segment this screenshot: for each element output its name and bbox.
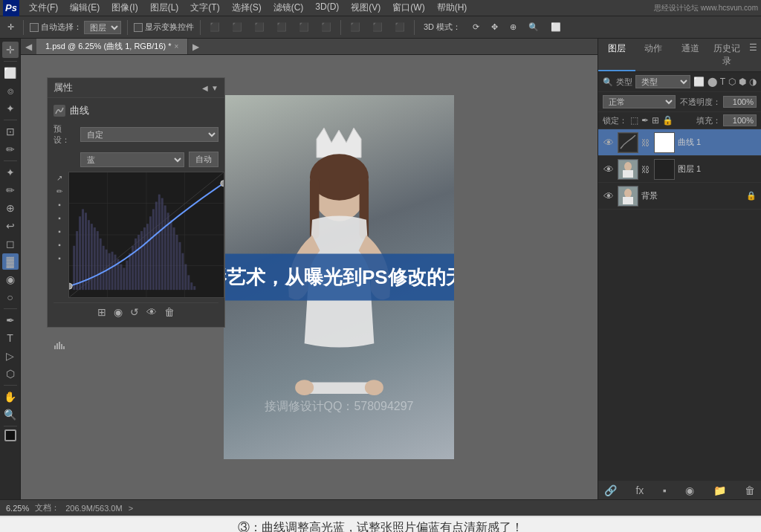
brush-tool-btn[interactable]: ✏ xyxy=(2,182,19,198)
layers-group-btn[interactable]: 📁 xyxy=(713,484,726,496)
layers-adjustment-btn[interactable]: ◉ xyxy=(685,484,694,496)
curve-sample3-btn[interactable]: ▪ xyxy=(54,225,65,237)
magic-wand-btn[interactable]: ✦ xyxy=(2,100,19,117)
curve-sample1-btn[interactable]: ▪ xyxy=(54,198,65,210)
curve-pointer-btn[interactable]: ↗ xyxy=(54,172,65,184)
search-icon[interactable]: 🔍 xyxy=(525,21,542,33)
lock-all-icon[interactable]: 🔒 xyxy=(662,115,673,126)
tab-close-btn[interactable]: × xyxy=(175,42,179,51)
tab-history[interactable]: 历史记录 xyxy=(709,39,746,71)
shape-tool-btn[interactable]: ⬡ xyxy=(2,366,19,382)
tab-layers[interactable]: 图层 xyxy=(598,39,635,71)
filter-shape-icon[interactable]: ⬡ xyxy=(728,77,736,87)
layer-curves-1-visibility[interactable]: 👁 xyxy=(603,137,615,149)
zoom-tool-btn[interactable]: 🔍 xyxy=(2,406,19,423)
eyedropper-btn[interactable]: ✏ xyxy=(2,141,19,158)
layers-link-btn[interactable]: 🔗 xyxy=(604,484,617,496)
menu-select[interactable]: 选择(S) xyxy=(227,0,267,16)
gradient-tool-btn[interactable]: ▓ xyxy=(2,253,19,270)
move-tool-icon[interactable]: ✛ xyxy=(4,21,17,33)
auto-select-checkbox[interactable] xyxy=(30,23,39,32)
lasso-tool-btn[interactable]: ⌾ xyxy=(2,82,19,99)
crop-tool-btn[interactable]: ⊡ xyxy=(2,123,19,140)
curve-delete-btn[interactable]: 🗑 xyxy=(164,306,175,318)
distribute-icon[interactable]: ⬛ xyxy=(347,21,363,33)
preset-select[interactable]: 自定 xyxy=(80,127,218,142)
dodge-tool-btn[interactable]: ○ xyxy=(2,289,19,305)
channel-select[interactable]: 蓝 RGB 红 绿 xyxy=(80,152,184,167)
menu-window[interactable]: 窗口(W) xyxy=(387,0,430,16)
lock-pixels-icon[interactable]: ⬚ xyxy=(630,115,638,126)
clone-stamp-btn[interactable]: ⊕ xyxy=(2,200,19,216)
panel-expand-btn[interactable]: ▼ xyxy=(211,84,218,92)
curve-pencil-btn[interactable]: ✏ xyxy=(54,185,65,197)
layers-mask-btn[interactable]: ▪ xyxy=(663,484,667,496)
menu-filter[interactable]: 滤镜(C) xyxy=(268,0,309,16)
curve-sample2-btn[interactable]: ▪ xyxy=(54,212,65,224)
eraser-btn[interactable]: ◻ xyxy=(2,236,19,252)
filter-fx-icon[interactable]: ⬜ xyxy=(693,77,705,87)
fill-value[interactable]: 100% xyxy=(723,114,757,126)
blend-mode-select[interactable]: 正常 xyxy=(603,95,676,108)
hand-tool-btn[interactable]: ✋ xyxy=(2,389,19,405)
tab-nav-right[interactable]: ▶ xyxy=(188,42,204,52)
curve-graph[interactable] xyxy=(68,172,224,298)
3d-rotate-icon[interactable]: ⟳ xyxy=(470,21,482,33)
3d-pan-icon[interactable]: ✥ xyxy=(488,21,501,33)
auto-select-dropdown[interactable]: 图层 xyxy=(84,21,121,34)
filter-adj-icon[interactable]: ⬤ xyxy=(707,77,717,87)
curve-visibility-btn[interactable]: 👁 xyxy=(146,306,157,318)
tab-nav-left[interactable]: ◀ xyxy=(21,42,36,52)
layer-1-visibility[interactable]: 👁 xyxy=(603,163,615,175)
lock-position-icon[interactable]: ✒ xyxy=(641,115,649,126)
auto-btn[interactable]: 自动 xyxy=(189,152,218,167)
curve-sample5-btn[interactable]: ▪ xyxy=(54,252,65,264)
align-top-icon[interactable]: ⬛ xyxy=(273,21,290,33)
distribute3-icon[interactable]: ⬛ xyxy=(392,21,408,33)
layer-background[interactable]: 👁 背景 🔒 xyxy=(598,183,761,210)
curve-eye-btn[interactable]: ◉ xyxy=(114,306,123,318)
layer-background-visibility[interactable]: 👁 xyxy=(603,190,615,202)
options-icon[interactable]: ⬜ xyxy=(548,21,564,33)
filter-text-icon[interactable]: T xyxy=(720,77,725,87)
tab-channels[interactable]: 通道 xyxy=(672,39,709,71)
align-bottom-icon[interactable]: ⬛ xyxy=(318,21,334,33)
align-middle-icon[interactable]: ⬛ xyxy=(296,21,312,33)
foreground-color-btn[interactable] xyxy=(4,429,16,441)
curve-add-point-btn[interactable]: ⊞ xyxy=(97,306,106,318)
marquee-tool-btn[interactable]: ⬜ xyxy=(2,65,19,81)
3d-zoom-icon[interactable]: ⊕ xyxy=(507,21,519,33)
panel-menu-btn[interactable]: ☰ xyxy=(745,39,761,71)
align-center-icon[interactable]: ⬛ xyxy=(229,21,245,33)
pen-tool-btn[interactable]: ✒ xyxy=(2,312,19,328)
history-brush-btn[interactable]: ↩ xyxy=(2,218,19,234)
tab-actions[interactable]: 动作 xyxy=(635,39,673,71)
menu-3d[interactable]: 3D(D) xyxy=(310,0,344,16)
menu-file[interactable]: 文件(F) xyxy=(24,0,63,16)
menu-layer[interactable]: 图层(L) xyxy=(145,0,184,16)
menu-view[interactable]: 视图(V) xyxy=(346,0,386,16)
distribute2-icon[interactable]: ⬛ xyxy=(369,21,386,33)
align-right-icon[interactable]: ⬛ xyxy=(251,21,268,33)
curve-reset-btn[interactable]: ↺ xyxy=(130,306,139,318)
move-tool-btn[interactable]: ✛ xyxy=(2,42,19,58)
filter-smart-icon[interactable]: ⬢ xyxy=(739,77,746,87)
blur-tool-btn[interactable]: ◉ xyxy=(2,271,19,288)
path-select-btn[interactable]: ▷ xyxy=(2,348,19,364)
panel-collapse-btn[interactable]: ◀ xyxy=(202,84,208,92)
layer-1[interactable]: 👁 ⛓ 图层 1 xyxy=(598,156,761,183)
filter-toggle-icon[interactable]: ◑ xyxy=(749,77,757,87)
lock-artboard-icon[interactable]: ⊞ xyxy=(652,115,659,126)
menu-edit[interactable]: 编辑(E) xyxy=(65,0,105,16)
layers-fx-btn[interactable]: fx xyxy=(635,484,644,496)
menu-text[interactable]: 文字(T) xyxy=(185,0,224,16)
opacity-value[interactable]: 100% xyxy=(723,96,757,108)
menu-help[interactable]: 帮助(H) xyxy=(432,0,473,16)
healing-brush-btn[interactable]: ✦ xyxy=(2,164,19,181)
tab-document[interactable]: 1.psd @ 6.25% (曲线 1, RGB/16) * × xyxy=(36,39,188,54)
layers-delete-btn[interactable]: 🗑 xyxy=(745,484,755,496)
show-transform-checkbox[interactable] xyxy=(134,23,143,32)
menu-image[interactable]: 图像(I) xyxy=(106,0,143,16)
filter-type-select[interactable]: 类型 xyxy=(635,75,690,88)
layer-curves-1[interactable]: 👁 ⛓ 曲线 1 xyxy=(598,129,761,156)
